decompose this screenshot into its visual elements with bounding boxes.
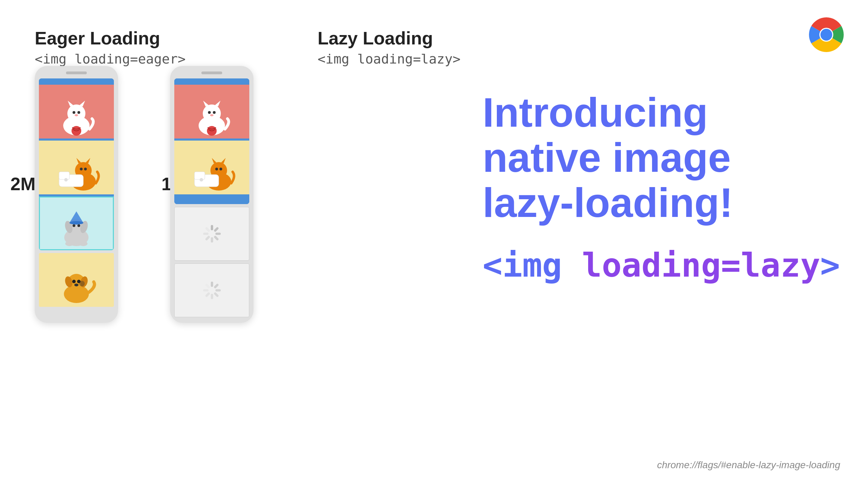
svg-rect-60 [205, 227, 210, 232]
svg-marker-46 [212, 158, 216, 163]
lazy-title: Lazy Loading [318, 28, 461, 49]
svg-marker-39 [215, 101, 220, 107]
svg-point-37 [203, 104, 221, 123]
hero-line3: lazy-loading! [483, 180, 733, 226]
svg-point-52 [200, 178, 203, 182]
eager-label-block: Eager Loading <img loading=eager> [35, 28, 186, 67]
phones-area [35, 66, 253, 323]
svg-rect-66 [205, 292, 210, 297]
eager-phone [35, 66, 118, 323]
svg-point-23 [73, 224, 75, 227]
svg-point-15 [84, 168, 87, 170]
svg-point-26 [65, 241, 74, 246]
svg-point-35 [74, 284, 78, 286]
svg-marker-12 [76, 158, 81, 163]
svg-point-27 [79, 241, 87, 246]
lazy-image-2 [174, 141, 249, 194]
lazy-phone [170, 66, 253, 323]
chrome-logo [806, 14, 847, 56]
svg-rect-63 [215, 289, 220, 292]
lazy-image-1 [174, 85, 249, 138]
svg-point-42 [210, 114, 214, 116]
lazy-code: <img loading=lazy> [318, 51, 461, 67]
lazy-loading-2 [174, 263, 249, 317]
svg-rect-65 [211, 294, 213, 299]
lazy-phone-screen [174, 78, 249, 204]
svg-point-25 [69, 221, 83, 225]
svg-point-8 [75, 114, 78, 116]
svg-rect-55 [215, 233, 220, 235]
svg-point-7 [77, 111, 80, 114]
code-prefix: <img [483, 246, 582, 284]
svg-point-6 [73, 111, 75, 114]
eager-code: <img loading=eager> [35, 51, 186, 67]
svg-rect-58 [205, 235, 210, 241]
eager-below-fold [39, 253, 114, 307]
phone-speaker-lazy [201, 71, 222, 74]
right-text-block: Introducing native image lazy-loading! <… [483, 90, 847, 284]
eager-image-3 [39, 196, 114, 250]
lazy-label-block: Lazy Loading <img loading=lazy> [318, 28, 461, 67]
svg-point-40 [208, 111, 211, 114]
svg-point-48 [215, 168, 218, 170]
svg-rect-57 [211, 237, 213, 242]
svg-rect-64 [214, 292, 219, 297]
svg-rect-59 [203, 233, 208, 235]
eager-phone-screen [39, 78, 114, 250]
svg-marker-13 [86, 158, 90, 163]
svg-rect-67 [203, 289, 208, 292]
svg-marker-5 [79, 101, 85, 107]
svg-rect-61 [211, 281, 213, 287]
code-suffix: > [820, 246, 840, 284]
eager-title: Eager Loading [35, 28, 186, 49]
svg-rect-62 [214, 283, 219, 289]
svg-point-32 [72, 280, 76, 283]
svg-rect-51 [194, 172, 205, 179]
svg-point-49 [219, 168, 222, 170]
svg-rect-56 [214, 235, 219, 241]
footnote: chrome://flags/#enable-lazy-image-loadin… [657, 460, 840, 471]
hero-text: Introducing native image lazy-loading! [483, 90, 847, 225]
svg-point-14 [80, 168, 83, 170]
hero-line2: native image [483, 135, 731, 180]
eager-image-2 [39, 141, 114, 194]
svg-marker-4 [68, 101, 74, 107]
svg-rect-68 [205, 283, 210, 289]
svg-rect-54 [214, 227, 219, 232]
svg-point-34 [79, 281, 85, 286]
section-labels: Eager Loading <img loading=eager> Lazy L… [35, 28, 461, 67]
code-snippet: <img loading=lazy> [483, 246, 847, 284]
hero-line1: Introducing [483, 90, 708, 135]
eager-image-1 [39, 85, 114, 138]
svg-rect-17 [59, 172, 69, 179]
svg-marker-38 [203, 101, 209, 107]
eager-image-4 [39, 253, 114, 307]
svg-marker-47 [221, 158, 226, 163]
svg-rect-53 [211, 225, 213, 230]
svg-point-3 [67, 104, 85, 123]
code-attr: loading=lazy [582, 246, 820, 284]
svg-point-24 [77, 224, 80, 227]
svg-point-41 [213, 111, 216, 114]
phone-speaker-eager [66, 71, 87, 74]
lazy-loading-1 [174, 207, 249, 261]
svg-point-1 [820, 29, 832, 41]
svg-point-18 [64, 178, 68, 182]
